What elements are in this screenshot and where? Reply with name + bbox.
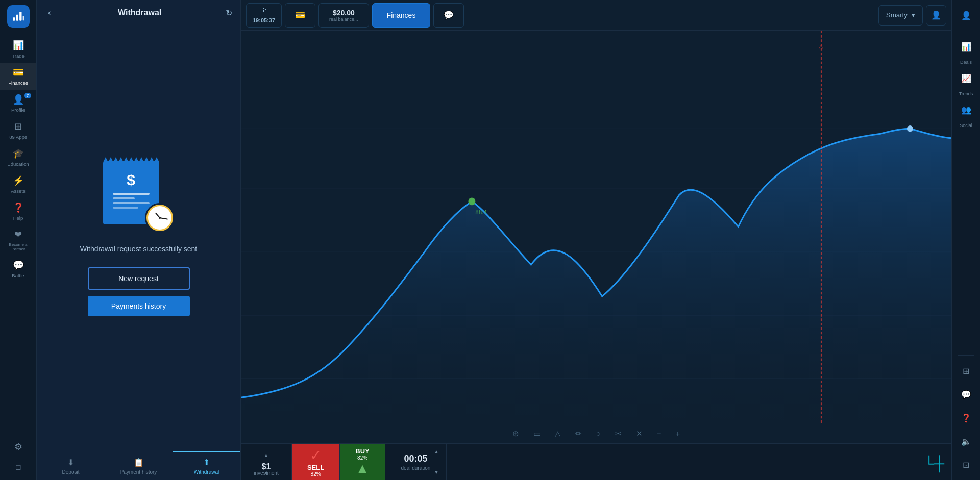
deposit-tab-label: Deposit (62, 469, 80, 475)
panel-back-button[interactable]: ‹ (45, 7, 54, 18)
grid-icon: ⊞ (963, 366, 969, 376)
profile-badge: 7 (24, 93, 31, 98)
balance-value: $20.00 (333, 9, 355, 17)
deposit-icon: ⬇ (67, 458, 74, 467)
withdrawal-illustration: $ (103, 161, 175, 233)
help-icon: ❓ (13, 202, 24, 213)
chart-tool-cursor[interactable]: ⊕ (509, 427, 522, 440)
sidebar-item-finances[interactable]: 💳 Finances (0, 63, 36, 90)
chart-tool-triangle[interactable]: △ (552, 427, 564, 440)
trends-icon: 📈 (961, 73, 971, 83)
sidebar-item-assets[interactable]: ⚡ Assets (0, 171, 36, 198)
right-expand-button[interactable]: ⊡ (956, 454, 976, 475)
clock-minute-hand (159, 217, 167, 220)
withdrawal-tab-label: Withdrawal (194, 469, 219, 475)
sidebar-item-profile[interactable]: 7 👤 Profile (0, 90, 36, 117)
duration-value: 00:05 (404, 453, 427, 464)
right-grid-button[interactable]: ⊞ (956, 361, 976, 381)
chart-tool-plus[interactable]: + (673, 427, 683, 440)
assets-icon: ⚡ (13, 175, 24, 186)
buy-label: BUY (355, 447, 369, 455)
doc-lines (113, 193, 150, 209)
sell-label: SELL (307, 464, 324, 471)
finances-label: Finances (387, 11, 416, 19)
svg-rect-0 (13, 17, 15, 20)
right-profile-button[interactable]: 👤 (956, 5, 976, 26)
sidebar-item-feedback[interactable]: ◻ (12, 459, 24, 475)
balance-display[interactable]: $20.00 real balance... (318, 3, 369, 28)
chart-marker-2 (907, 125, 913, 132)
investment-increase-button[interactable]: ▲ (264, 452, 269, 458)
trade-icon: 📊 (13, 40, 24, 51)
sidebar-item-label: Become a Partner (2, 242, 34, 251)
investment-decrease-button[interactable]: ▼ (264, 470, 269, 476)
top-bar: ⏱ 19:05:37 💳 $20.00 real balance... Fina… (241, 0, 951, 31)
chat-button[interactable]: 💬 (433, 3, 464, 28)
clock-center (159, 217, 161, 219)
chart-svg: 88:4 ⚠ (241, 31, 951, 423)
smarty-dropdown[interactable]: Smarty ▾ (878, 5, 923, 26)
finances-button[interactable]: Finances (372, 3, 431, 28)
doc-line-4 (113, 207, 138, 209)
sidebar-item-label: Trade (12, 53, 24, 59)
duration-section: ▲ 00:05 deal duration ▼ (385, 444, 447, 480)
payments-history-button[interactable]: Payments history (88, 296, 190, 316)
panel-header: ‹ Withdrawal ↻ (37, 0, 240, 26)
sell-button[interactable]: ✓ SELL 82% (292, 444, 340, 480)
panel-tab-payment-history[interactable]: 📋 Payment history (105, 451, 173, 480)
duration-decrease-button[interactable]: ▼ (434, 469, 439, 475)
payment-history-icon: 📋 (134, 458, 144, 467)
chart-tool-pen[interactable]: ✏ (572, 427, 585, 440)
profile-avatar-button[interactable]: 👤 (926, 5, 946, 26)
chat-icon: 💬 (444, 10, 454, 20)
sidebar-item-trade[interactable]: 📊 Trade (0, 36, 36, 63)
right-volume-button[interactable]: 🔈 (956, 431, 976, 451)
trends-label: Trends (959, 91, 973, 96)
sell-arrow-icon: ✓ (310, 447, 322, 464)
panel-tab-deposit[interactable]: ⬇ Deposit (37, 451, 105, 480)
chart-red-label: ⚠ (818, 44, 824, 51)
chart-tool-rect[interactable]: ▭ (530, 427, 544, 440)
right-social-button[interactable]: 👥 (956, 99, 976, 120)
left-sidebar: 📊 Trade 💳 Finances 7 👤 Profile ⊞ 89 Apps… (0, 0, 37, 480)
feedback-icon: ◻ (15, 463, 21, 471)
chart-tool-circle[interactable]: ○ (593, 427, 604, 440)
sell-pct: 82% (311, 471, 321, 477)
right-help-button[interactable]: ❓ (956, 408, 976, 428)
sidebar-item-help[interactable]: ❓ Help (0, 198, 36, 225)
timer-value: 19:05:37 (253, 17, 275, 23)
withdrawal-icon: ⬆ (203, 458, 210, 467)
trading-bar: ▲ $1 investment ▼ ✓ SELL 82% BUY 82% ▲ ▲… (241, 443, 951, 480)
new-request-button[interactable]: New request (88, 267, 190, 290)
chart-toolbar: ⊕ ▭ △ ✏ ○ ✂ ✕ − + (241, 423, 951, 443)
duration-increase-button[interactable]: ▲ (434, 449, 439, 454)
sidebar-item-battle[interactable]: 💬 Battle (0, 256, 36, 283)
sidebar-item-education[interactable]: 🎓 Education (0, 144, 36, 171)
chart-tool-minus[interactable]: − (654, 427, 665, 440)
chart-tool-scissors[interactable]: ✂ (612, 427, 625, 440)
svg-rect-3 (22, 16, 23, 21)
card-button[interactable]: 💳 (285, 3, 315, 28)
sidebar-item-label: Help (13, 215, 23, 221)
timer-button[interactable]: ⏱ 19:05:37 (246, 3, 282, 28)
right-sidebar-bottom: ⊞ 💬 ❓ 🔈 ⊡ (956, 353, 976, 475)
chart-marker-1 (468, 197, 475, 205)
sidebar-item-partner[interactable]: ❤ Become a Partner (0, 225, 36, 256)
sidebar-item-apps[interactable]: ⊞ 89 Apps (0, 117, 36, 144)
buy-pct: 82% (357, 455, 368, 461)
buy-button[interactable]: BUY 82% ▲ (340, 444, 385, 480)
panel-tab-withdrawal[interactable]: ⬆ Withdrawal (173, 451, 240, 480)
panel-footer: ⬇ Deposit 📋 Payment history ⬆ Withdrawal (37, 451, 240, 480)
right-chat-button[interactable]: 💬 (956, 384, 976, 405)
panel-refresh-button[interactable]: ↻ (226, 8, 232, 18)
clock-circle (145, 203, 175, 233)
right-deals-button[interactable]: 📊 (956, 36, 976, 57)
doc-tear-svg (103, 157, 159, 162)
svg-rect-1 (16, 15, 18, 21)
withdrawal-panel: ‹ Withdrawal ↻ $ (37, 0, 241, 480)
panel-title: Withdrawal (59, 8, 220, 17)
chart-tool-cross[interactable]: ✕ (633, 427, 646, 440)
right-trends-button[interactable]: 📈 (956, 68, 976, 88)
sidebar-item-settings[interactable]: ⚙ (12, 437, 24, 457)
app-logo[interactable] (7, 5, 30, 28)
